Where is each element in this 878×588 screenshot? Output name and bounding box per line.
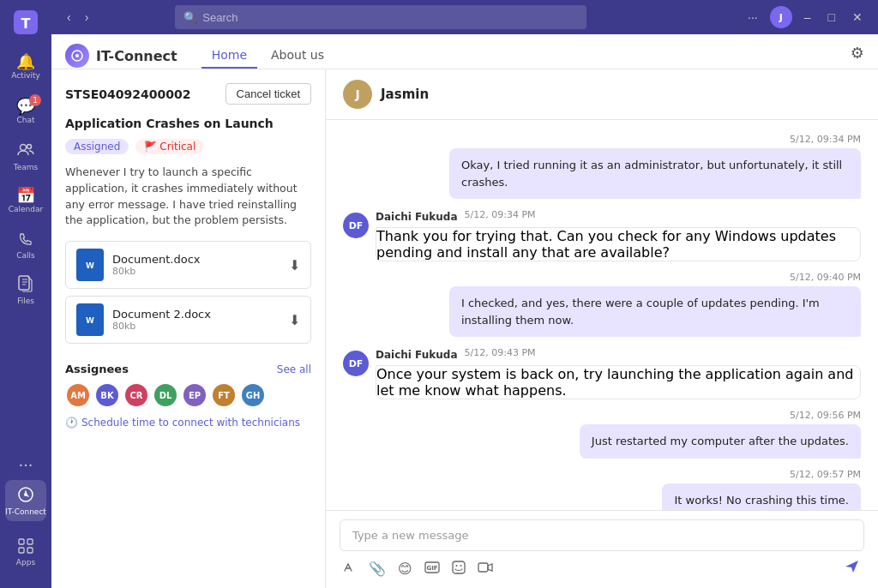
send-button[interactable] <box>844 558 861 579</box>
download-button-1[interactable]: ⬇ <box>289 257 300 273</box>
see-all-button[interactable]: See all <box>277 363 311 375</box>
apps-icon <box>18 538 33 556</box>
msg-6-timestamp: 5/12, 09:57 PM <box>790 469 861 480</box>
schedule-link[interactable]: 🕐 Schedule time to connect with technici… <box>65 417 311 429</box>
message-5: 5/12, 09:56 PM Just restarted my compute… <box>343 410 861 459</box>
more-button[interactable]: ··· <box>743 7 763 27</box>
sidebar-item-apps[interactable]: Apps <box>5 531 46 573</box>
msg-4-header: Daichi Fukuda 5/12, 09:43 PM <box>376 347 861 362</box>
calls-label: Calls <box>16 251 35 260</box>
calendar-label: Calendar <box>9 205 43 213</box>
calls-icon <box>18 231 33 249</box>
settings-icon[interactable]: ⚙ <box>851 44 864 69</box>
svg-point-3 <box>27 144 32 148</box>
itconnect-icon <box>17 486 34 506</box>
svg-rect-10 <box>27 548 33 553</box>
msg-6-bubble: It works! No crashing this time. <box>662 483 861 511</box>
chat-user-name: Jasmin <box>381 87 429 102</box>
schedule-label: Schedule time to connect with technician… <box>81 417 300 429</box>
msg-4-timestamp: 5/12, 09:43 PM <box>464 347 535 358</box>
ticket-description: Whenever I try to launch a specific appl… <box>65 165 311 229</box>
forward-button[interactable]: › <box>80 7 94 27</box>
app-logo-icon <box>65 44 89 68</box>
teams-sidebar: T 🔔 Activity 1 💬 Chat Teams 📅 Calendar <box>0 0 51 588</box>
file-icon-2: W <box>76 303 104 336</box>
itconnect-label: IT-Connect <box>5 507 46 516</box>
assignee-3[interactable]: CR <box>123 382 149 408</box>
msg-2-content: Daichi Fukuda 5/12, 09:34 PM Thank you f… <box>376 209 861 261</box>
file-name-2: Document 2.docx <box>112 308 280 321</box>
assignee-6[interactable]: FT <box>211 382 237 408</box>
format-icon[interactable] <box>343 561 357 578</box>
minimize-button[interactable]: – <box>799 7 816 27</box>
sticker-icon[interactable] <box>452 561 466 578</box>
user-avatar[interactable]: J <box>770 6 792 28</box>
msg-2-header: Daichi Fukuda 5/12, 09:34 PM <box>376 209 861 224</box>
sidebar-item-teams[interactable]: Teams <box>5 135 46 177</box>
search-icon: 🔍 <box>183 11 197 24</box>
teams-icon <box>17 141 34 161</box>
svg-point-20 <box>455 565 457 567</box>
emoji-icon[interactable]: 😊 <box>398 561 412 577</box>
svg-point-6 <box>24 493 27 496</box>
title-bar: ‹ › 🔍 ··· J – □ ✕ <box>51 0 878 34</box>
agent-avatar-2: DF <box>343 351 369 376</box>
msg-1-timestamp: 5/12, 09:34 PM <box>790 134 861 145</box>
close-button[interactable]: ✕ <box>847 7 868 27</box>
message-4: DF Daichi Fukuda 5/12, 09:43 PM Once you… <box>343 347 861 399</box>
calendar-icon: 📅 <box>16 188 35 203</box>
message-1: 5/12, 09:34 PM Okay, I tried running it … <box>343 134 861 199</box>
search-bar[interactable]: 🔍 <box>175 5 586 29</box>
sidebar-item-files[interactable]: Files <box>5 269 46 310</box>
file-icon-1: W <box>76 249 104 281</box>
tab-home[interactable]: Home <box>201 43 257 69</box>
attach-icon[interactable]: 📎 <box>369 561 386 577</box>
assignee-1[interactable]: AM <box>65 382 91 408</box>
msg-3-bubble: I checked, and yes, there were a couple … <box>449 286 861 337</box>
gif-icon[interactable]: GIF <box>424 561 440 577</box>
file-size-2: 80kb <box>112 321 280 332</box>
app-body: STSE04092400002 Cancel ticket Applicatio… <box>51 69 878 588</box>
ticket-header: STSE04092400002 Cancel ticket <box>65 83 311 105</box>
msg-4-bubble: Once your system is back on, try launchi… <box>376 365 861 399</box>
assignee-2[interactable]: BK <box>94 382 120 408</box>
svg-point-12 <box>75 54 79 57</box>
download-button-2[interactable]: ⬇ <box>289 312 300 328</box>
tab-about[interactable]: About us <box>261 43 334 69</box>
sidebar-item-calls[interactable]: Calls <box>5 225 46 266</box>
assignee-7[interactable]: GH <box>240 382 266 408</box>
file-info-2: Document 2.docx 80kb <box>112 308 280 332</box>
sidebar-item-itconnect[interactable]: IT-Connect <box>5 480 46 521</box>
assignees-list: AM BK CR DL EP FT <box>65 382 311 408</box>
sidebar-item-activity[interactable]: 🔔 Activity <box>5 46 46 87</box>
app-area: IT-Connect Home About us ⚙ STSE040924000… <box>51 34 878 588</box>
flag-icon: 🚩 <box>144 141 157 153</box>
back-button[interactable]: ‹ <box>62 7 76 27</box>
ticket-id: STSE04092400002 <box>65 87 190 101</box>
apps-label: Apps <box>16 558 35 567</box>
svg-text:W: W <box>86 316 94 325</box>
video-icon[interactable] <box>478 561 493 577</box>
app-header: IT-Connect Home About us ⚙ <box>51 34 878 69</box>
app-logo-text: IT-Connect <box>96 48 177 64</box>
files-icon <box>18 275 33 295</box>
maximize-button[interactable]: □ <box>823 7 840 27</box>
sidebar-more[interactable]: ··· <box>5 451 46 478</box>
cancel-ticket-button[interactable]: Cancel ticket <box>226 83 311 105</box>
svg-rect-7 <box>19 539 24 544</box>
files-label: Files <box>17 297 34 305</box>
nav-buttons: ‹ › <box>62 7 93 27</box>
assignee-5[interactable]: EP <box>182 382 207 408</box>
chat-header: J Jasmin <box>326 69 878 120</box>
chat-input-area: Type a new message 📎 😊 GIF <box>326 510 878 588</box>
chat-toolbar: 📎 😊 GIF <box>340 558 864 579</box>
svg-point-2 <box>21 144 27 150</box>
sidebar-item-calendar[interactable]: 📅 Calendar <box>5 180 46 221</box>
file-size-1: 80kb <box>112 266 280 277</box>
svg-rect-19 <box>453 561 465 573</box>
search-input[interactable] <box>202 11 578 24</box>
title-bar-actions: ··· J – □ ✕ <box>743 6 868 28</box>
ticket-title: Application Crashes on Launch <box>65 117 311 130</box>
assignee-4[interactable]: DL <box>153 382 178 408</box>
sidebar-item-chat[interactable]: 1 💬 Chat <box>5 91 46 132</box>
